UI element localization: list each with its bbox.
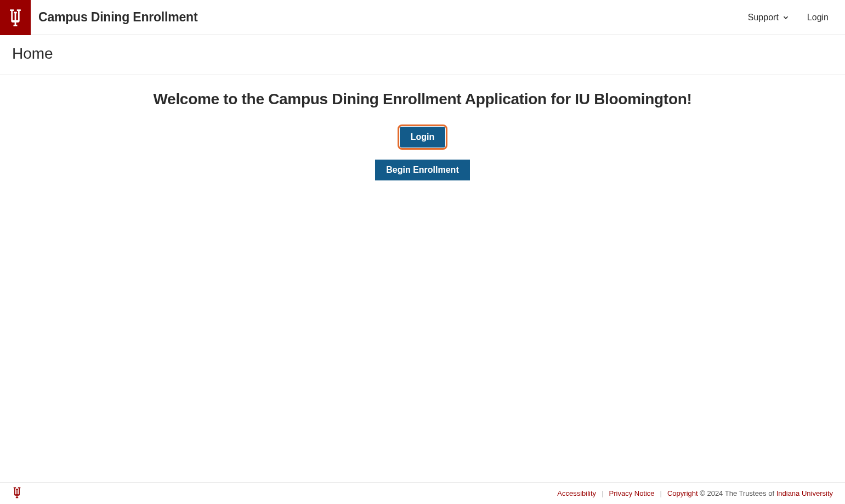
app-title: Campus Dining Enrollment [38, 10, 197, 25]
footer-accessibility-link[interactable]: Accessibility [557, 489, 596, 497]
nav-support-label: Support [748, 13, 779, 22]
iu-trident-icon [12, 486, 22, 499]
footer-separator: | [660, 489, 662, 497]
page-title: Home [12, 45, 833, 63]
subheader: Home [0, 35, 845, 75]
footer-separator: | [602, 489, 603, 497]
iu-logo-block[interactable] [0, 0, 31, 35]
login-button[interactable]: Login [400, 127, 446, 148]
main-content: Welcome to the Campus Dining Enrollment … [0, 75, 845, 482]
chevron-down-icon [782, 14, 790, 21]
begin-enrollment-button[interactable]: Begin Enrollment [375, 160, 469, 180]
footer-copyright-link[interactable]: Copyright [667, 489, 698, 497]
nav-login-label: Login [807, 13, 829, 22]
footer-iu-link[interactable]: Indiana University [776, 489, 833, 497]
footer: Accessibility | Privacy Notice | Copyrig… [0, 482, 845, 504]
welcome-heading: Welcome to the Campus Dining Enrollment … [153, 90, 691, 108]
footer-iu-logo[interactable] [12, 486, 22, 501]
app-header: Campus Dining Enrollment Support Login [0, 0, 845, 35]
nav-support-dropdown[interactable]: Support [748, 13, 790, 22]
header-nav: Support Login [748, 13, 845, 22]
footer-copyright-text: © 2024 The Trustees of [698, 489, 776, 497]
footer-links: Accessibility | Privacy Notice | Copyrig… [557, 489, 833, 497]
iu-trident-icon [8, 8, 23, 27]
nav-login-link[interactable]: Login [807, 13, 829, 22]
footer-privacy-link[interactable]: Privacy Notice [609, 489, 655, 497]
